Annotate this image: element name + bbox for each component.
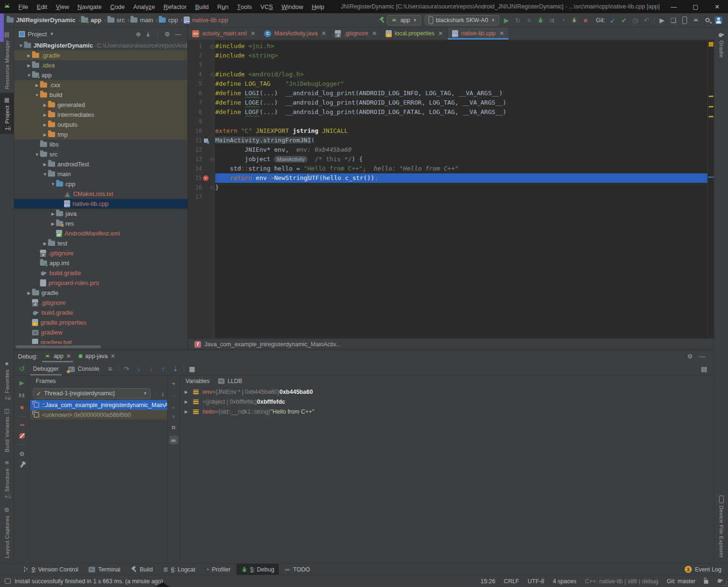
tab-native-lib-cpp[interactable]: C++native-lib.cpp✕	[448, 27, 509, 40]
tree-item-libs[interactable]: libs	[14, 139, 187, 149]
tree-expand-arrow-icon[interactable]: ▶	[26, 53, 32, 58]
menu-navigate[interactable]: Navigate	[73, 0, 106, 13]
error-stripe[interactable]	[707, 40, 714, 338]
menu-help[interactable]: Help	[307, 0, 329, 13]
git-update-icon[interactable]: ↙	[607, 15, 618, 26]
tree-expand-arrow-icon[interactable]: ▶	[42, 113, 48, 117]
tool-window-button-2-favorites[interactable]: ★2: Favorites	[0, 357, 14, 404]
debug-settings-gear-icon[interactable]: ⚙	[19, 450, 25, 457]
tree-expand-arrow-icon[interactable]: ▶	[26, 63, 32, 68]
tab--gitignore[interactable]: ⊘.gitignore✕	[331, 27, 381, 40]
minimize-button[interactable]: —	[663, 0, 685, 13]
tree-item-gradle[interactable]: ▶gradle	[14, 288, 187, 298]
variable-row[interactable]: ▶ = {jobject | 0xbfffefdc} 0xbfffefdc	[180, 397, 714, 407]
code-line-13[interactable]: 13− jobject MainActivity /* this */) {	[188, 155, 707, 164]
thread-selector[interactable]: ✓ Thread-1-[registerdynamic] ▼	[33, 388, 151, 399]
mute-breakpoints-icon[interactable]	[19, 433, 25, 439]
menu-view[interactable]: View	[51, 0, 73, 13]
menu-tools[interactable]: Tools	[233, 0, 256, 13]
tree-item-app-iml[interactable]: app.iml	[14, 258, 187, 268]
tool-window-button-build[interactable]: Build	[126, 564, 158, 575]
window-resize-grip[interactable]	[722, 581, 727, 586]
menu-analyze[interactable]: Analyze	[129, 0, 159, 13]
tree-item-generated[interactable]: ▶generated	[14, 100, 187, 110]
evaluate-expression-icon[interactable]: ▦	[186, 363, 198, 375]
step-out-icon[interactable]: ↑	[157, 363, 170, 375]
code-line-17[interactable]: 17	[188, 192, 707, 202]
tree-item--idea[interactable]: ▶.idea	[14, 60, 187, 70]
code-line-4[interactable]: 4−#include <android/log.h>	[188, 70, 707, 79]
expand-arrow-icon[interactable]: ▶	[185, 390, 191, 394]
debug-session-tab-app-java[interactable]: app-java✕	[75, 350, 119, 362]
tool-window-quick-access-icon[interactable]	[5, 579, 11, 584]
breakpoint-icon[interactable]: ✓	[202, 175, 210, 181]
tree-item-gradlew[interactable]: >gradlew	[14, 327, 187, 337]
variable-row[interactable]: ▶env = {JNIEnv * | 0xb445ba60} 0xb445ba6…	[180, 387, 714, 397]
tree-item--cxx[interactable]: ▶.cxx	[14, 80, 187, 90]
code-line-11[interactable]: 11MainActivity.stringFromJNI(	[188, 136, 707, 145]
tab-close-icon[interactable]: ✕	[372, 30, 377, 37]
remove-watch-icon[interactable]: −	[172, 392, 176, 399]
tree-item-androidtest[interactable]: ▶androidTest	[14, 159, 187, 169]
tab-close-icon[interactable]: ✕	[111, 353, 115, 359]
duplicate-icon[interactable]: ⧉	[172, 424, 176, 431]
tool-window-event-log[interactable]: Event Log	[695, 566, 721, 573]
debug-view-tab-debugger[interactable]: Debugger	[28, 362, 64, 375]
tab-close-icon[interactable]: ✕	[251, 30, 255, 37]
run-anything-icon[interactable]: ▶	[656, 15, 668, 26]
profile-avatar-icon[interactable]	[713, 15, 724, 26]
code-line-8[interactable]: 8#define LOGF(...) __android_log_print(A…	[188, 107, 707, 117]
move-up-icon[interactable]: ▲	[171, 405, 176, 409]
force-step-into-icon[interactable]: ↓	[145, 363, 157, 375]
tree-item-proguard-rules-pro[interactable]: proguard-rules.pro	[14, 278, 187, 288]
gear-icon[interactable]: ⚙	[164, 31, 170, 38]
tree-item-java[interactable]: ▶java	[14, 209, 187, 219]
tab-close-icon[interactable]: ✕	[321, 30, 326, 37]
view-breakpoints-icon[interactable]: ●●	[20, 423, 24, 427]
build-project-icon[interactable]	[379, 17, 385, 23]
search-everywhere-icon[interactable]	[702, 15, 713, 26]
stripe-warning-square[interactable]	[709, 42, 713, 47]
status-item-4-spaces[interactable]: 4 spaces	[553, 578, 576, 585]
status-item-15-26[interactable]: 15:26	[481, 578, 495, 585]
stack-frame-row[interactable]: <unknown> 0x00000000a56bf5b0	[30, 410, 167, 420]
tool-window-button-todo[interactable]: ≔TODO	[280, 564, 315, 575]
tree-item--gradle[interactable]: ▶.gradle	[14, 50, 187, 60]
pause-program-icon[interactable]: ▮▮	[18, 392, 25, 398]
hide-panel-icon[interactable]: ―	[175, 31, 181, 38]
tree-horizontal-scrollbar[interactable]	[16, 345, 101, 348]
fold-marker-icon[interactable]: −	[210, 73, 215, 77]
lock-icon[interactable]	[704, 580, 708, 584]
tree-item-build[interactable]: ▼build	[14, 90, 187, 100]
debug-icon[interactable]	[535, 15, 546, 26]
tree-item-main[interactable]: ▼main	[14, 169, 187, 179]
apply-changes-icon[interactable]: ≡	[524, 15, 535, 26]
code-line-10[interactable]: 10extern "C" JNIEXPORT jstring JNICALL	[188, 126, 707, 136]
stripe-warning-mark[interactable]	[709, 96, 713, 97]
frames-header[interactable]: Frames	[36, 378, 56, 384]
run-to-cursor-icon[interactable]: ⇣	[170, 363, 182, 375]
variable-row[interactable]: ▶hello = {std::__ndk1::string} "Hello fr…	[180, 407, 714, 416]
stripe-exec-line-mark[interactable]	[708, 177, 714, 178]
fold-marker-icon[interactable]: −	[210, 157, 215, 162]
menu-refactor[interactable]: Refactor	[159, 0, 191, 13]
tree-expand-arrow-icon[interactable]: ▼	[26, 73, 32, 78]
breadcrumb-item-native-lib-cpp[interactable]: C++native-lib.cpp	[184, 16, 228, 24]
hide-panel-icon[interactable]: ―	[699, 353, 705, 360]
tree-expand-arrow-icon[interactable]: ▼	[50, 182, 56, 187]
tool-window-button-terminal[interactable]: >_Terminal	[84, 564, 125, 575]
step-over-icon[interactable]: ↷	[121, 363, 133, 375]
tree-expand-arrow-icon[interactable]: ▶	[50, 212, 56, 216]
tree-item-tmp[interactable]: ▶tmp	[14, 130, 187, 139]
tree-expand-arrow-icon[interactable]: ▶	[42, 122, 48, 127]
tool-window-button-profiler[interactable]: ◔Profiler	[201, 564, 235, 575]
code-line-9[interactable]: 9	[188, 117, 707, 126]
show-watches-icon[interactable]: ∞	[169, 436, 178, 444]
step-into-icon[interactable]: ↓	[133, 363, 145, 375]
rerun-icon[interactable]: ↺	[16, 363, 28, 375]
tab-close-icon[interactable]: ✕	[438, 30, 443, 37]
breadcrumb-item-cpp[interactable]: cpp	[159, 16, 178, 24]
tree-expand-arrow-icon[interactable]: ▶	[42, 132, 48, 137]
tree-item-native-lib-cpp[interactable]: C++native-lib.cpp	[14, 199, 187, 209]
code-line-1[interactable]: 1−#include <jni.h>	[188, 41, 707, 51]
